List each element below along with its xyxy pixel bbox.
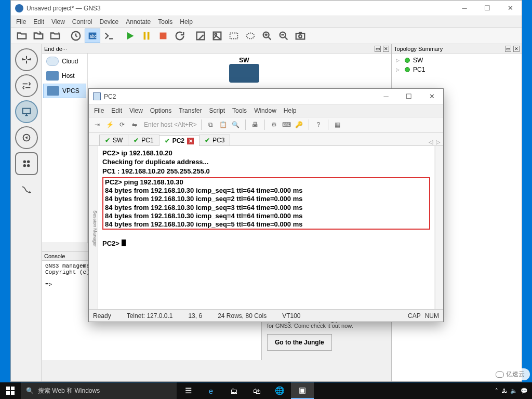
pause-icon[interactable] — [139, 29, 154, 43]
note-icon[interactable] — [193, 29, 208, 43]
close-button[interactable]: ✕ — [499, 1, 522, 16]
end-devices-icon[interactable] — [15, 100, 38, 123]
menu-device[interactable]: Device — [100, 18, 119, 25]
edge-icon[interactable]: e — [200, 382, 222, 399]
show-labels-icon[interactable]: abc — [85, 29, 100, 43]
key-icon[interactable]: 🔑 — [294, 119, 304, 130]
tray-notification-icon[interactable]: 💬 — [521, 388, 528, 394]
pc2-menu-script[interactable]: Script — [209, 107, 225, 114]
pane-float-icon[interactable]: ▭ — [375, 46, 381, 52]
switch-node-icon[interactable] — [229, 64, 259, 83]
svg-point-19 — [23, 164, 26, 167]
pc2-close-button[interactable]: ✕ — [420, 89, 443, 104]
tray-up-icon[interactable]: ˄ — [495, 388, 498, 394]
pc2-maximize-button[interactable]: ☐ — [397, 89, 420, 104]
topo-close-icon[interactable]: ✕ — [513, 46, 520, 52]
zoom-out-icon[interactable] — [276, 29, 291, 43]
pc2-menu-help[interactable]: Help — [284, 107, 297, 114]
rectangle-icon[interactable] — [226, 29, 242, 43]
switches-icon[interactable] — [15, 74, 38, 97]
disconnect-icon[interactable]: ⇋ — [129, 119, 140, 130]
settings-icon[interactable]: ⚙ — [269, 119, 280, 130]
keyboard-icon[interactable]: ⌨ — [282, 119, 292, 130]
print-icon[interactable]: 🖶 — [250, 119, 260, 130]
pc2-menu-edit[interactable]: Edit — [111, 107, 122, 114]
tab-scroll-left-icon[interactable]: ◁ — [429, 139, 433, 145]
menu-control[interactable]: Control — [72, 18, 92, 25]
store-icon[interactable]: 🛍 — [245, 382, 268, 399]
quick-connect-icon[interactable]: ⚡ — [104, 119, 115, 130]
system-tray[interactable]: ˄ 🖧 🔈 💬 — [491, 388, 532, 394]
pc2-menu-options[interactable]: Options — [150, 107, 171, 114]
session-manager-icon[interactable]: ⇥ — [92, 119, 102, 130]
gns3-taskbar-icon[interactable]: ▣ — [291, 382, 314, 399]
pc2-minimize-button[interactable]: ─ — [375, 89, 397, 104]
pc2-menu-transfer[interactable]: Transfer — [179, 107, 202, 114]
paste-icon[interactable]: 📋 — [218, 119, 229, 130]
topology-summary: ▷SW ▷PC1 — [392, 54, 522, 76]
pc2-menu-tools[interactable]: Tools — [232, 107, 247, 114]
menu-file[interactable]: File — [16, 18, 26, 25]
tab-close-icon[interactable]: ✕ — [187, 138, 194, 144]
zoom-in-icon[interactable] — [259, 29, 275, 43]
terminal-output[interactable]: PC2> ip 192.168.10.20 Checking for dupli… — [98, 146, 435, 309]
device-host[interactable]: Host — [43, 69, 86, 83]
pc2-menu-file[interactable]: File — [94, 107, 104, 114]
topology-item-sw[interactable]: ▷SW — [396, 56, 517, 65]
menu-view[interactable]: View — [51, 18, 65, 25]
all-devices-icon[interactable] — [15, 152, 38, 175]
topo-float-icon[interactable]: ▭ — [505, 46, 511, 52]
tab-pc1[interactable]: ✔PC1 — [128, 135, 159, 145]
copy-icon[interactable]: ⧉ — [206, 119, 216, 130]
explorer-icon[interactable]: 🗂 — [222, 382, 245, 399]
tab-sw[interactable]: ✔SW — [99, 135, 128, 145]
image-icon[interactable] — [209, 29, 225, 43]
menu-annotate[interactable]: Annotate — [126, 18, 151, 25]
go-to-jungle-button[interactable]: Go to the Jungle — [267, 334, 332, 351]
check-icon: ✔ — [165, 137, 170, 144]
save-project-icon[interactable] — [47, 29, 63, 43]
minimize-button[interactable]: ─ — [453, 1, 476, 16]
start-button[interactable] — [0, 382, 21, 399]
term-scrollbar[interactable] — [435, 146, 443, 309]
taskbar-search[interactable]: 🔍搜索 Web 和 Windows — [21, 382, 177, 399]
help-icon[interactable]: ? — [313, 119, 324, 130]
menu-help[interactable]: Help — [180, 18, 193, 25]
find-icon[interactable]: 🔍 — [231, 119, 241, 130]
task-view-icon[interactable]: ☰ — [177, 382, 200, 399]
node-sw-label: SW — [229, 57, 259, 64]
snapshot-icon[interactable] — [68, 29, 84, 43]
reconnect-icon[interactable]: ⟳ — [117, 119, 127, 130]
host-hint[interactable]: Enter host <Alt+R> — [144, 121, 197, 128]
ellipse-icon[interactable] — [243, 29, 258, 43]
svg-rect-15 — [22, 109, 30, 114]
reload-icon[interactable] — [172, 29, 188, 43]
tab-scroll-right-icon[interactable]: ▷ — [436, 139, 440, 145]
maximize-button[interactable]: ☐ — [476, 1, 499, 16]
pane-close-icon[interactable]: ✕ — [383, 46, 389, 52]
new-project-icon[interactable] — [31, 29, 46, 43]
tray-network-icon[interactable]: 🖧 — [501, 388, 507, 394]
start-icon[interactable] — [122, 29, 138, 43]
browser-icon[interactable]: 🌐 — [268, 382, 291, 399]
session-manager-sidebar[interactable]: Session Manager — [89, 146, 98, 309]
tab-pc2[interactable]: ✔PC2✕ — [159, 135, 200, 146]
console-icon[interactable] — [101, 29, 117, 43]
add-link-icon[interactable] — [15, 178, 38, 201]
stop-icon[interactable] — [155, 29, 171, 43]
open-project-icon[interactable] — [14, 29, 30, 43]
device-cloud[interactable]: Cloud — [43, 55, 86, 68]
routers-icon[interactable] — [15, 48, 38, 71]
tab-pc3[interactable]: ✔PC3 — [199, 135, 230, 145]
security-devices-icon[interactable] — [15, 126, 38, 149]
device-vpcs[interactable]: VPCS — [43, 84, 86, 98]
svg-point-18 — [26, 161, 29, 164]
menu-edit[interactable]: Edit — [33, 18, 44, 25]
tile-icon[interactable]: ▦ — [332, 119, 343, 130]
menu-tools[interactable]: Tools — [158, 18, 172, 25]
screenshot-icon[interactable] — [292, 29, 308, 43]
pc2-menu-view[interactable]: View — [129, 107, 143, 114]
tray-volume-icon[interactable]: 🔈 — [510, 388, 517, 394]
pc2-menu-window[interactable]: Window — [254, 107, 276, 114]
topology-item-pc1[interactable]: ▷PC1 — [396, 65, 517, 74]
